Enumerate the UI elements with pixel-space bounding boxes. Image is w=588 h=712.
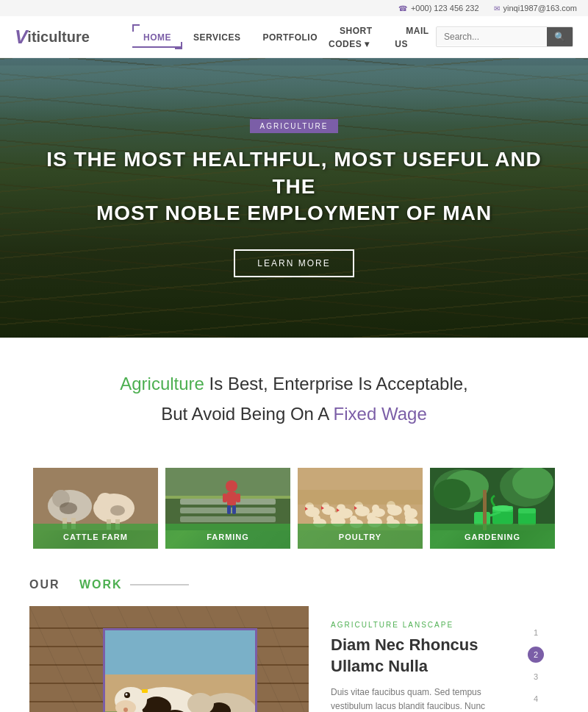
poultry-overlay: POULTRY: [298, 524, 423, 549]
work-pagination: 1 2 3 4 5: [528, 621, 544, 712]
phone-info: ☎ +000) 123 456 232: [398, 4, 479, 13]
farming-overlay: FARMING: [165, 524, 290, 549]
hero-title: IS THE MOST HEALTHFUL, MOST USEFUL AND T…: [29, 146, 559, 227]
svg-point-6: [97, 493, 113, 509]
search-bar[interactable]: 🔍: [436, 26, 573, 47]
fixed-wage-text: Fixed Wage: [334, 404, 427, 424]
card-farming[interactable]: FARMING: [165, 468, 290, 549]
svg-rect-20: [227, 492, 236, 505]
svg-point-51: [405, 514, 412, 521]
nav-links: HOME SERVICES PORTFOLIO SHORT CODES ▾ MA…: [132, 24, 436, 50]
work-right: AGRICULTURE LANSCAPE Diam Nec Rhoncus Ul…: [309, 606, 559, 712]
hero-title-line1: IS THE MOST HEALTHFUL, MOST USEFUL AND T…: [46, 148, 542, 197]
cattle-svg: [33, 468, 158, 530]
top-bar: ☎ +000) 123 456 232 ✉ yinqi1987@163.com: [0, 0, 588, 16]
nav-link-portfolio[interactable]: PORTFOLIO: [251, 29, 329, 46]
agriculture-text: Agriculture: [120, 374, 204, 394]
svg-rect-22: [236, 494, 240, 502]
phone-number: +000) 123 456 232: [411, 4, 479, 13]
svg-point-65: [492, 505, 513, 511]
svg-rect-67: [518, 508, 536, 513]
cow-svg: [105, 630, 257, 712]
pagination-item-1[interactable]: 1: [528, 624, 544, 641]
cattle-overlay: CATTLE FARM: [33, 524, 158, 549]
search-button[interactable]: 🔍: [547, 27, 573, 46]
hero-section: AGRICULTURE IS THE MOST HEALTHFUL, MOST …: [0, 58, 588, 338]
email-icon: ✉: [494, 4, 500, 13]
search-input[interactable]: [437, 28, 547, 46]
our-work-section: OUR WORK: [0, 556, 588, 712]
work-content: AGRICULTURE LANSCAPE Diam Nec Rhoncus Ul…: [29, 606, 559, 712]
svg-point-31: [337, 504, 345, 513]
navbar: V iticulture HOME SERVICES PORTFOLIO SHO…: [0, 16, 588, 58]
work-text-area: AGRICULTURE LANSCAPE Diam Nec Rhoncus Ul…: [331, 621, 517, 712]
cattle-label: CATTLE FARM: [63, 533, 128, 541]
svg-point-11: [60, 502, 77, 514]
svg-point-45: [350, 516, 357, 523]
logo-text: iticulture: [27, 29, 89, 46]
svg-point-35: [372, 505, 379, 512]
work-text: WORK: [79, 578, 123, 591]
svg-rect-21: [223, 494, 227, 502]
email-info: ✉ yinqi1987@163.com: [494, 4, 577, 13]
nav-item-mail[interactable]: MAIL US: [395, 24, 436, 50]
hero-badge: AGRICULTURE: [250, 119, 339, 133]
svg-rect-18: [180, 516, 276, 522]
hero-title-line2: MOST NOBLE EMPLOYMENT OF MAN: [96, 202, 492, 224]
middle-title-line2: But Avoid Being On A Fixed Wage: [29, 401, 559, 427]
hero-content: AGRICULTURE IS THE MOST HEALTHFUL, MOST …: [0, 118, 588, 277]
svg-rect-99: [142, 689, 148, 693]
poultry-label: POULTRY: [339, 533, 381, 541]
middle-title-text: Is Best, Enterprise Is Acceptable,: [204, 374, 468, 394]
phone-icon: ☎: [398, 4, 407, 13]
middle-line2-text: But Avoid Being On A: [161, 404, 333, 424]
poultry-svg: [298, 468, 423, 530]
gardening-svg: [430, 468, 555, 530]
svg-point-41: [313, 515, 320, 522]
svg-rect-90: [105, 630, 257, 674]
svg-rect-24: [232, 505, 236, 514]
svg-point-43: [330, 512, 339, 521]
cards-grid: CATTLE FARM FARMIN: [0, 453, 588, 556]
logo[interactable]: V iticulture: [15, 26, 110, 49]
svg-rect-56: [298, 490, 423, 505]
pagination-item-3[interactable]: 3: [528, 669, 544, 685]
email-address: yinqi1987@163.com: [503, 4, 577, 13]
gardening-label: GARDENING: [465, 533, 520, 541]
card-poultry[interactable]: POULTRY: [298, 468, 423, 549]
card-cattle[interactable]: CATTLE FARM: [33, 468, 158, 549]
svg-point-12: [110, 505, 125, 516]
nav-link-services[interactable]: SERVICES: [182, 29, 251, 46]
work-title-line: [130, 584, 189, 585]
work-item-title: Diam Nec Rhoncus Ullamc Nulla: [331, 635, 517, 677]
svg-rect-23: [227, 505, 231, 514]
middle-title-line1: Agriculture Is Best, Enterprise Is Accep…: [29, 371, 559, 397]
nav-item-shortcodes[interactable]: SHORT CODES ▾: [329, 24, 395, 50]
nav-link-mail[interactable]: MAIL US: [395, 22, 429, 53]
pagination-item-2[interactable]: 2: [528, 647, 544, 663]
work-inner-image: [103, 628, 257, 712]
svg-point-100: [123, 708, 128, 712]
pagination-item-4[interactable]: 4: [528, 691, 544, 707]
svg-point-47: [367, 513, 376, 521]
card-gardening[interactable]: GARDENING: [430, 468, 555, 549]
farming-svg: [165, 468, 290, 530]
svg-point-19: [226, 480, 237, 492]
farming-label: FARMING: [207, 533, 249, 541]
our-text: OUR: [29, 578, 60, 591]
svg-point-62: [512, 468, 553, 499]
work-category: AGRICULTURE LANSCAPE: [331, 621, 517, 629]
nav-item-services[interactable]: SERVICES: [182, 30, 251, 43]
logo-v: V: [15, 26, 27, 49]
svg-point-98: [126, 694, 128, 696]
work-description: Duis vitae faucibus quam. Sed tempus ves…: [331, 686, 517, 712]
nav-item-portfolio[interactable]: PORTFOLIO: [251, 30, 329, 43]
nav-item-home[interactable]: HOME: [132, 30, 182, 43]
gardening-overlay: GARDENING: [430, 524, 555, 549]
svg-point-39: [404, 505, 411, 512]
hero-cta-button[interactable]: LEARN MORE: [234, 249, 354, 277]
svg-point-49: [387, 516, 394, 523]
nav-link-shortcodes[interactable]: SHORT CODES ▾: [329, 22, 381, 53]
nav-link-home[interactable]: HOME: [132, 29, 182, 48]
middle-section: Agriculture Is Best, Enterprise Is Accep…: [0, 338, 588, 453]
